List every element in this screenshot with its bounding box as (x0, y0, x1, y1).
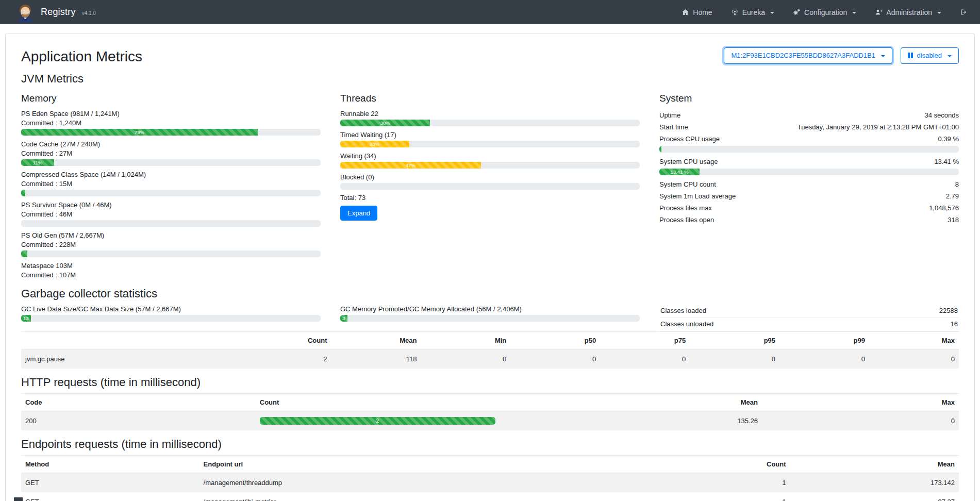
metric-name: Runnable 22 (340, 109, 640, 118)
metric-name: Metaspace 103M (21, 261, 321, 270)
memory-metric: PS Old Gen (57M / 2,667M) Committed : 22… (21, 231, 321, 257)
home-icon (682, 8, 689, 16)
nav-item-logout[interactable] (960, 8, 968, 16)
threads-total: Total: 73 (340, 194, 640, 202)
gc-metric-min: 0 (421, 349, 510, 369)
system-row: System CPU count 8 (659, 178, 959, 190)
footer-cutoff-strip (14, 497, 23, 501)
thread-metric: Runnable 22 30% (340, 109, 640, 126)
gc-bar-name: GC Live Data Size/GC Max Data Size (57M … (21, 305, 321, 313)
progress-fill (21, 190, 25, 196)
progress-fill: 3 (340, 315, 347, 322)
http-col-mean: Mean (500, 394, 762, 411)
gc-live-data: GC Live Data Size/GC Max Data Size (57M … (21, 305, 321, 331)
metric-committed: Committed : 228M (21, 240, 321, 249)
brand-name: Registry (41, 7, 76, 18)
gc-title: Garbage collector statistics (21, 287, 959, 300)
system-row: Process files open 318 (659, 214, 959, 226)
chevron-down-icon (937, 12, 941, 14)
navbar: Registry v4.1.0 Home Eureka Configuratio… (0, 0, 980, 24)
http-table-wrap: Code Count Mean Max 200 2 135.26 0 (21, 393, 959, 430)
classes-label: Classes loaded (660, 307, 706, 314)
system-row-value: 318 (948, 215, 959, 224)
system-title: System (659, 93, 959, 104)
system-row: Uptime 34 seconds (659, 109, 959, 121)
endpoints-table-row: GET /management/threaddump 1 173.142 (21, 473, 959, 493)
endpoints-col-url: Endpoint url (200, 456, 593, 473)
progress-fill: 47% (340, 162, 481, 169)
gc-col-p75: p75 (600, 332, 690, 349)
progress-track (21, 250, 321, 257)
memory-metric: PS Eden Space (981M / 1,241M) Committed … (21, 109, 321, 136)
refresh-state-dropdown[interactable]: disabled (901, 47, 959, 64)
gc-metric-p95: 0 (690, 349, 779, 369)
gc-metric-p75: 0 (600, 349, 690, 369)
chevron-down-icon (770, 12, 774, 14)
jhipster-avatar-icon (15, 3, 35, 22)
nav-item-label: Configuration (804, 8, 847, 16)
progress-fill: 30% (340, 120, 430, 126)
progress-track: 30% (340, 120, 640, 126)
progress-label: 2 (376, 418, 379, 424)
header-buttons: M1:2F93E1CBD2C3FE55BDD8627A3FADD1B1 disa… (724, 47, 959, 64)
metric-name: Code Cache (27M / 240M) (21, 140, 321, 148)
progress-track: 11% (21, 159, 321, 166)
page-title: Application Metrics (21, 48, 142, 65)
progress-fill: 11% (21, 159, 54, 166)
progress-label: 30% (380, 120, 390, 126)
thread-metric: Waiting (34) 47% (340, 152, 640, 169)
nav-item-administration[interactable]: Administration (875, 8, 941, 16)
jvm-metrics-title: JVM Metrics (21, 72, 959, 86)
system-row-label: Process CPU usage (659, 135, 720, 143)
jvm-columns: Memory PS Eden Space (981M / 1,241M) Com… (21, 90, 959, 280)
nav-menu: Home Eureka Configuration (682, 8, 968, 16)
gc-table-wrap: Count Mean Min p50 p75 p95 p99 Max jvm.g… (21, 331, 959, 369)
http-requests-table: Code Count Mean Max 200 2 135.26 0 (21, 393, 959, 430)
progress-track: 13.41 % (659, 169, 959, 175)
progress-track: 23% (340, 141, 640, 147)
progress-track: 79% (21, 129, 321, 136)
classes-row: Classes unloaded 16 (659, 318, 959, 331)
gc-col-p99: p99 (779, 332, 869, 349)
instance-selector-dropdown[interactable]: M1:2F93E1CBD2C3FE55BDD8627A3FADD1B1 (724, 47, 892, 64)
http-col-code: Code (21, 394, 256, 411)
metric-committed: Committed : 46M (21, 210, 321, 219)
progress-fill (21, 250, 27, 257)
endpoints-requests-title: Endpoints requests (time in millisecond) (21, 438, 959, 451)
progress-label: 47% (406, 162, 416, 168)
refresh-state-label: disabled (917, 52, 942, 60)
classes-value: 16 (951, 320, 958, 328)
thread-metric: Blocked (0) (340, 173, 640, 190)
progress-track (659, 146, 959, 153)
sign-out-icon (960, 8, 968, 16)
chevron-down-icon (948, 55, 952, 57)
progress-fill: 2 (260, 417, 495, 425)
gc-metric-max: 0 (869, 349, 959, 369)
nav-item-home[interactable]: Home (682, 8, 712, 16)
pause-icon (908, 53, 913, 58)
threads-section: Threads Runnable 22 30% Timed Waiting (1… (340, 90, 640, 280)
http-max: 0 (762, 411, 959, 431)
brand[interactable]: Registry v4.1.0 (15, 3, 96, 22)
metric-name: Timed Waiting (17) (340, 130, 640, 139)
gc-metric-p50: 0 (510, 349, 600, 369)
endpoint-count: 1 (593, 492, 790, 501)
endpoint-url: /management/jhi-metrics (200, 492, 593, 501)
system-row-value: 8 (955, 180, 959, 189)
classes-value: 22588 (939, 307, 958, 314)
instance-selector-label: M1:2F93E1CBD2C3FE55BDD8627A3FADD1B1 (731, 52, 875, 60)
progress-fill: 79% (21, 129, 258, 136)
nav-item-configuration[interactable]: Configuration (793, 8, 856, 16)
chevron-down-icon (881, 55, 885, 57)
metric-name: PS Eden Space (981M / 1,241M) (21, 109, 321, 118)
metric-committed: Committed : 27M (21, 149, 321, 158)
progress-fill (659, 146, 661, 153)
progress-track (21, 220, 321, 227)
progress-track (340, 183, 640, 190)
gc-metric-p99: 0 (779, 349, 869, 369)
nav-item-eureka[interactable]: Eureka (731, 8, 774, 16)
expand-button[interactable]: Expand (340, 206, 377, 221)
gc-col-mean: Mean (331, 332, 421, 349)
progress-fill: 13.41 % (659, 169, 700, 175)
metric-name: PS Old Gen (57M / 2,667M) (21, 231, 321, 240)
